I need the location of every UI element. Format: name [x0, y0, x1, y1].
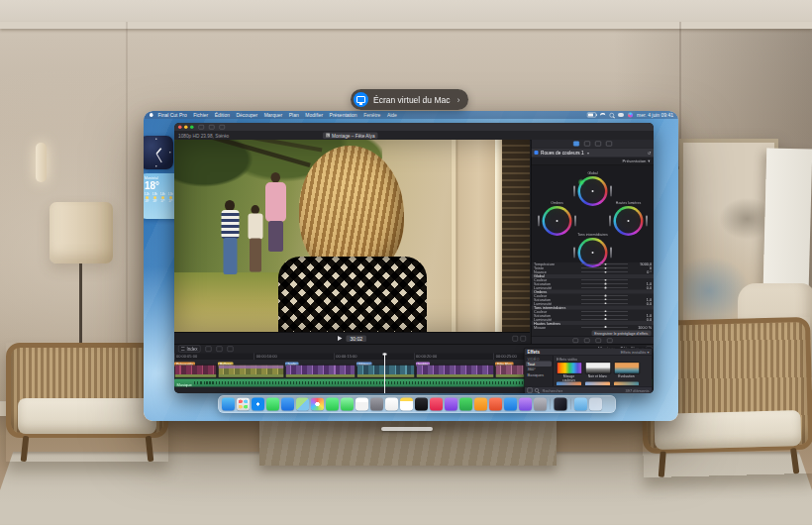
finder[interactable] — [222, 398, 235, 411]
control-center-icon[interactable] — [618, 113, 624, 117]
import-icon[interactable] — [199, 125, 205, 130]
wheel-slider-left[interactable] — [538, 216, 540, 227]
timeline-clip[interactable]: Jardin — [285, 360, 356, 378]
timeline-clip[interactable]: Gâteau — [356, 360, 416, 378]
parameter-slider[interactable] — [581, 272, 628, 273]
reset-icon[interactable]: ↺ — [648, 151, 652, 156]
timeline-clip[interactable]: Ballons — [218, 360, 285, 378]
apple-menu-icon[interactable] — [150, 113, 153, 117]
window-titlebar[interactable] — [174, 123, 654, 131]
save-preset-button[interactable]: Enregistrer le préréglage d'effets — [591, 330, 651, 336]
effect-item[interactable]: Mixage couleurs — [557, 363, 581, 382]
window-drag-bar[interactable] — [381, 427, 433, 431]
audio-inspector-tab[interactable] — [595, 142, 601, 147]
trash[interactable] — [589, 398, 602, 411]
pages[interactable] — [474, 398, 487, 411]
effect-item[interactable]: Noir et blanc — [585, 363, 610, 382]
clip-filmstrip[interactable] — [356, 365, 415, 378]
tv[interactable] — [415, 398, 428, 411]
color-inspector-tab[interactable] — [584, 142, 590, 147]
notes[interactable] — [400, 398, 413, 411]
calendar[interactable] — [355, 398, 368, 411]
menu-item[interactable]: Fenêtre — [363, 112, 380, 118]
clip-filmstrip[interactable] — [174, 365, 217, 378]
color-wheel[interactable]: Tons intermédiaires — [578, 238, 608, 267]
reminders[interactable] — [385, 398, 398, 411]
music[interactable] — [430, 398, 443, 411]
color-wheel[interactable]: Ombres — [543, 206, 572, 236]
menu-item[interactable]: Découper — [236, 112, 257, 118]
podcasts[interactable] — [445, 398, 457, 411]
iphone-mirroring[interactable] — [519, 398, 532, 411]
wheel-slider-left[interactable] — [573, 248, 575, 259]
effect-thumbnail[interactable] — [614, 363, 640, 374]
app-store[interactable] — [504, 398, 517, 411]
battery-icon[interactable] — [587, 113, 596, 118]
close-button[interactable] — [178, 125, 182, 129]
menu-item[interactable]: Fichier — [193, 112, 208, 118]
presentation-row[interactable]: Présentation ▾ — [532, 158, 655, 166]
menu-item[interactable]: Plan — [289, 112, 299, 118]
wheel-slider-right[interactable] — [610, 248, 612, 259]
effect-header-row[interactable]: Roues de couleurs 1 ▾ ↺ — [532, 149, 655, 158]
fullscreen-icon[interactable] — [513, 336, 519, 342]
parameter-slider[interactable] — [581, 264, 628, 265]
parameter-slider[interactable] — [581, 303, 628, 304]
minimize-button[interactable] — [184, 125, 188, 129]
parameter-slider[interactable] — [581, 319, 628, 320]
wheel-slider-left[interactable] — [609, 216, 611, 227]
wheel-slider-left[interactable] — [573, 186, 575, 197]
parameter-slider[interactable] — [581, 280, 628, 281]
parameter-slider[interactable] — [581, 311, 628, 312]
spotlight-search-icon[interactable] — [610, 113, 615, 118]
parameter-slider[interactable] — [581, 287, 628, 288]
menu-item[interactable]: Édition — [215, 112, 230, 118]
playhead[interactable] — [384, 354, 385, 394]
menu-item[interactable]: Marquer — [264, 112, 283, 118]
timeline-clip[interactable]: Préparatifs — [174, 360, 218, 378]
wifi-icon[interactable] — [600, 113, 606, 119]
effects-search-input[interactable] — [542, 387, 583, 393]
menubar-clock[interactable]: mer. 4 juin 09:41 — [637, 112, 673, 118]
wheel-slider-right[interactable] — [574, 216, 576, 227]
downloads[interactable] — [574, 398, 587, 411]
chevron-down-icon[interactable]: ▾ — [587, 151, 589, 156]
trim-tool-icon[interactable] — [228, 346, 234, 352]
final-cut-pro[interactable] — [555, 398, 567, 411]
facetime[interactable] — [326, 398, 339, 411]
photos[interactable] — [311, 398, 324, 411]
parameter-slider[interactable] — [581, 299, 628, 300]
phone[interactable] — [341, 398, 354, 411]
effect-enabled-checkbox[interactable] — [535, 151, 539, 155]
zoom-button[interactable] — [190, 125, 194, 129]
photo-booth[interactable] — [370, 398, 383, 411]
safari[interactable] — [252, 398, 264, 411]
color-wheel[interactable]: Hautes lumières — [614, 206, 644, 236]
grid-view-icon[interactable] — [528, 388, 533, 393]
parameter-slider[interactable] — [581, 268, 628, 269]
keyword-icon[interactable] — [209, 125, 215, 130]
info-icon[interactable] — [607, 338, 613, 343]
parameter-slider[interactable] — [581, 283, 628, 284]
mic-icon[interactable] — [596, 338, 602, 343]
wheel-slider-right[interactable] — [646, 216, 648, 227]
mac-virtual-display-pill[interactable]: Écran virtuel du Mac › — [351, 89, 468, 110]
parameter-value[interactable]: 100,0 % — [630, 325, 652, 329]
clip-appearance-icon[interactable] — [206, 346, 212, 352]
menu-item[interactable]: Final Cut Pro — [158, 112, 187, 118]
parameter-row[interactable]: Mixage 100,0 % — [532, 325, 655, 329]
index-button[interactable]: Index — [178, 346, 201, 353]
siri-icon[interactable] — [628, 113, 633, 118]
info-inspector-tab[interactable] — [606, 142, 612, 147]
menu-item[interactable]: Présentation — [330, 112, 357, 118]
mail[interactable] — [281, 398, 294, 411]
app-rocket[interactable] — [489, 398, 502, 411]
video-inspector-tab[interactable] — [573, 142, 579, 147]
system-settings[interactable] — [534, 398, 547, 411]
camera-icon[interactable] — [573, 338, 579, 343]
menu-item[interactable]: Aide — [387, 112, 397, 118]
menu-item[interactable]: Modifier — [305, 112, 323, 118]
parameter-slider[interactable] — [581, 295, 628, 296]
parameter-slider[interactable] — [581, 315, 628, 316]
clip-filmstrip[interactable] — [416, 365, 494, 378]
